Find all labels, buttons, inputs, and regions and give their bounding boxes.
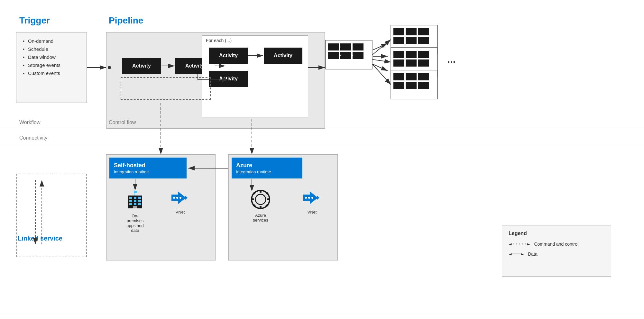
svg-marker-14 [185,196,188,200]
ir-azure-subtitle: Integration runtime [236,169,302,174]
ir-selfhosted-title: Self-hosted [114,162,187,169]
svg-rect-56 [340,43,351,50]
vnet1-icon [171,190,189,206]
svg-rect-3 [129,203,132,205]
workflow-separator [0,128,644,128]
ir-azure-header: Azure Integration runtime [232,158,302,178]
svg-rect-4 [134,197,136,199]
legend-box: Legend ◄·····► Command and control ◄───►… [502,225,611,277]
svg-rect-71 [418,37,429,44]
svg-rect-21 [260,206,262,209]
svg-marker-29 [317,196,319,200]
onpremises-label: On-premisesapps and data [125,214,145,233]
azure-services-icon-area: Azure services [248,190,273,223]
connectivity-label: Connectivity [19,135,47,141]
svg-point-19 [255,194,266,205]
svg-rect-83 [393,82,404,89]
svg-rect-6 [134,203,136,205]
svg-rect-54 [326,40,372,69]
svg-rect-60 [353,52,363,59]
vnet2-icon-area: VNet [302,190,322,214]
ir-selfhosted-header: Self-hosted Integration runtime [109,158,187,178]
svg-rect-82 [418,73,429,80]
command-control-label: Command and control [534,242,578,247]
svg-rect-78 [418,59,429,67]
activity-1: Activity [122,58,161,74]
svg-text:...: ... [447,53,456,65]
activity-5: Activity [209,71,248,87]
svg-rect-80 [393,73,404,80]
svg-line-88 [373,64,391,85]
ir-selfhosted-subtitle: Integration runtime [114,169,187,174]
data-label: Data [528,251,538,257]
svg-rect-85 [418,82,429,89]
dashed-feedback-box [121,77,211,100]
svg-rect-77 [406,59,417,67]
building-icon [127,190,143,210]
svg-rect-81 [406,73,417,80]
trigger-item-schedule: Schedule [23,46,80,52]
svg-rect-76 [393,59,404,67]
onpremises-icon-area: On-premisesapps and data [125,190,145,233]
vnet1-icon-area: VNet [170,190,190,214]
command-control-arrow: ◄·····► [509,241,530,247]
svg-rect-9 [138,203,141,205]
svg-rect-84 [406,82,417,89]
vnet2-label: VNet [302,210,322,214]
trigger-list: On-demand Schedule Data window Storage e… [23,38,80,76]
trigger-label: Trigger [19,15,50,26]
azure-services-icon [251,190,270,209]
azure-services-label: Azure services [248,213,273,223]
svg-rect-65 [391,25,437,54]
activity-4: Activity [264,48,302,64]
svg-point-17 [179,197,181,199]
svg-rect-8 [138,200,141,202]
svg-rect-5 [134,200,136,202]
svg-rect-11 [134,190,134,196]
controlflow-label: Control flow [109,120,136,125]
svg-point-31 [308,197,310,199]
svg-line-86 [373,40,391,55]
trigger-item-storage: Storage events [23,62,80,68]
svg-rect-74 [406,51,417,58]
svg-rect-10 [133,206,137,208]
linked-service-box [16,174,87,257]
svg-rect-75 [418,51,429,58]
linked-service-label: Linked service [18,235,62,242]
svg-line-87 [373,59,391,62]
svg-point-30 [305,197,307,199]
svg-rect-57 [353,43,363,50]
pipeline-label: Pipeline [109,15,143,26]
svg-rect-1 [129,197,132,199]
svg-line-44 [373,43,388,50]
data-arrow: ◄───► [509,251,524,257]
diagram-container: Trigger On-demand Schedule Data window S… [0,0,644,319]
activity-3: Activity [209,48,248,64]
svg-rect-55 [328,43,339,50]
svg-rect-69 [393,37,404,44]
svg-rect-7 [138,197,141,199]
vnet2-icon [303,190,321,206]
svg-rect-2 [129,200,132,202]
svg-rect-58 [328,52,339,59]
svg-rect-67 [406,28,417,35]
svg-rect-79 [391,70,437,99]
svg-rect-66 [393,28,404,35]
foreach-label: For each (...) [206,38,232,43]
svg-rect-68 [418,28,429,35]
trigger-box: On-demand Schedule Data window Storage e… [16,32,87,103]
vnet1-label: VNet [170,210,190,214]
trigger-item-custom: Custom events [23,70,80,76]
svg-rect-12 [134,191,137,193]
connectivity-separator [0,145,644,145]
svg-line-46 [373,64,388,71]
legend-item-data: ◄───► Data [509,251,604,257]
legend-title: Legend [509,231,604,236]
legend-item-command: ◄·····► Command and control [509,241,604,247]
svg-point-15 [173,197,175,199]
svg-rect-70 [406,37,417,44]
trigger-item-ondemand: On-demand [23,38,80,44]
svg-point-32 [311,197,313,199]
svg-rect-22 [251,198,254,200]
ir-azure-title: Azure [236,162,302,169]
